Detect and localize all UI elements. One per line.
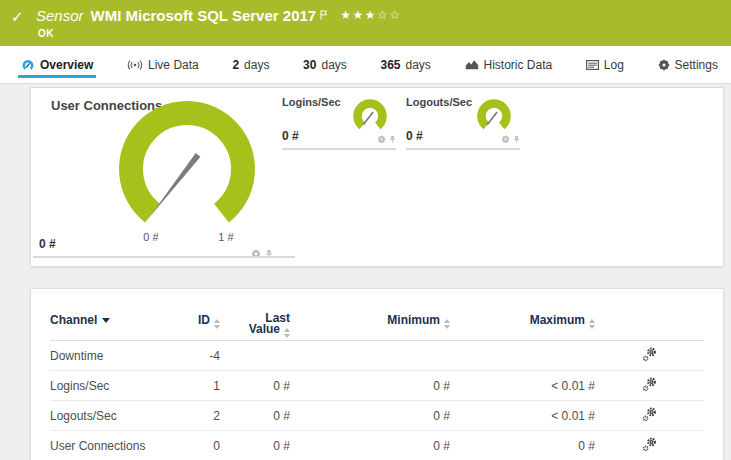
tab-log[interactable]: Log <box>586 46 624 83</box>
log-list-icon <box>586 60 599 70</box>
sort-icon <box>589 319 595 329</box>
logouts-gauge <box>474 99 514 135</box>
tab-bar: Overview Live Data 2 days 30 days 365 da… <box>0 46 731 84</box>
tab-historic-data[interactable]: Historic Data <box>465 46 553 83</box>
column-header-channel[interactable]: Channel <box>50 313 190 327</box>
channel-settings-gears-icon[interactable] <box>642 407 657 425</box>
tab-label: Historic Data <box>484 58 553 72</box>
channel-id: 0 <box>190 439 220 453</box>
gear-icon[interactable] <box>377 132 386 147</box>
gauge-scale-min: 0 # <box>143 231 159 243</box>
sensor-kind-label: Sensor <box>36 7 84 24</box>
tab-number: 30 <box>303 58 316 72</box>
channel-last-value: 0 # <box>220 379 290 393</box>
channel-name: User Connections <box>50 439 190 453</box>
channels-table-panel: Channel ID LastValue Minimum Maximum Dow… <box>30 288 724 460</box>
main-gauge-value: 0 # <box>39 237 56 251</box>
table-row-downtime: Downtime -4 <box>50 341 704 371</box>
channel-last-value: 0 # <box>220 409 290 423</box>
stars-empty-icon: ☆☆ <box>377 8 402 22</box>
tab-30-days[interactable]: 30 days <box>303 46 347 83</box>
channel-name: Logouts/Sec <box>50 409 190 423</box>
table-row-user-connections: User Connections 0 0 # 0 # 0 # <box>50 431 704 460</box>
logouts-gauge-controls <box>501 132 520 147</box>
priority-stars[interactable]: ★★★☆☆ <box>340 8 401 22</box>
tab-overview[interactable]: Overview <box>21 46 93 83</box>
tab-number: 2 <box>232 58 239 72</box>
gauge-scale-max: 1 # <box>218 231 234 243</box>
tab-label: days <box>244 58 269 72</box>
user-connections-gauge: 0 # 1 # <box>107 94 267 246</box>
pin-icon[interactable] <box>513 132 520 147</box>
gauges-panel: User Connections 0 # 1 # 0 # Logins/Sec … <box>30 87 724 267</box>
table-row-logins: Logins/Sec 1 0 # 0 # < 0.01 # <box>50 371 704 401</box>
sensor-title: WMI Microsoft SQL Server 2017 <box>91 7 317 24</box>
channel-last-value: 0 # <box>220 439 290 453</box>
channel-settings-gears-icon[interactable] <box>642 437 657 455</box>
sort-icon <box>284 328 290 338</box>
gear-icon <box>658 59 670 71</box>
logins-gauge-controls <box>377 132 396 147</box>
logins-gauge-block: Logins/Sec 0 # <box>282 96 396 150</box>
sensor-status-header: ✓ Sensor WMI Microsoft SQL Server 2017 ★… <box>0 0 731 46</box>
tab-label: Settings <box>675 58 718 72</box>
gauge-icon <box>21 59 35 71</box>
tab-label: Log <box>604 58 624 72</box>
status-badge: OK <box>38 28 54 39</box>
tab-label: days <box>321 58 346 72</box>
area-chart-icon <box>465 59 479 70</box>
flag-icon[interactable] <box>320 6 328 24</box>
table-row-logouts: Logouts/Sec 2 0 # 0 # < 0.01 # <box>50 401 704 431</box>
channel-settings-gears-icon[interactable] <box>642 347 657 365</box>
channel-maximum: 0 # <box>450 439 595 453</box>
channel-maximum: < 0.01 # <box>450 409 595 423</box>
channel-name: Logins/Sec <box>50 379 190 393</box>
sort-desc-icon <box>102 318 110 323</box>
channel-minimum: 0 # <box>290 439 450 453</box>
table-header-row: Channel ID LastValue Minimum Maximum <box>50 289 704 341</box>
channel-id: 2 <box>190 409 220 423</box>
channel-id: 1 <box>190 379 220 393</box>
channel-name: Downtime <box>50 349 190 363</box>
tab-label: days <box>406 58 431 72</box>
logouts-gauge-block: Logouts/Sec 0 # <box>406 96 520 150</box>
pin-icon[interactable] <box>265 245 273 263</box>
tab-label: Overview <box>40 58 93 72</box>
tab-live-data[interactable]: Live Data <box>127 46 199 83</box>
gear-icon[interactable] <box>251 245 261 263</box>
column-header-id[interactable]: ID <box>190 313 220 329</box>
column-header-last-value[interactable]: LastValue <box>220 313 290 338</box>
main-gauge-underline <box>33 256 295 258</box>
gear-icon[interactable] <box>501 132 510 147</box>
logouts-gauge-value: 0 # <box>406 129 423 143</box>
channel-id: -4 <box>190 349 220 363</box>
pin-icon[interactable] <box>389 132 396 147</box>
channel-minimum: 0 # <box>290 379 450 393</box>
channel-minimum: 0 # <box>290 409 450 423</box>
tab-settings[interactable]: Settings <box>658 46 718 83</box>
column-header-maximum[interactable]: Maximum <box>450 313 595 329</box>
column-header-minimum[interactable]: Minimum <box>290 313 450 329</box>
ok-check-icon: ✓ <box>11 8 24 26</box>
tab-label: Live Data <box>148 58 199 72</box>
tab-2-days[interactable]: 2 days <box>232 46 269 83</box>
channel-settings-gears-icon[interactable] <box>642 377 657 395</box>
main-gauge-controls <box>251 245 273 263</box>
tab-365-days[interactable]: 365 days <box>380 46 430 83</box>
sensor-title-line: Sensor WMI Microsoft SQL Server 2017 ★★★… <box>36 7 401 24</box>
logins-gauge <box>350 99 390 135</box>
channel-maximum: < 0.01 # <box>450 379 595 393</box>
sensor-overview-page: ✓ Sensor WMI Microsoft SQL Server 2017 ★… <box>0 0 731 460</box>
stars-filled-icon: ★★★ <box>340 8 377 22</box>
live-signal-icon <box>127 59 143 71</box>
logins-gauge-value: 0 # <box>282 129 299 143</box>
tab-number: 365 <box>380 58 400 72</box>
